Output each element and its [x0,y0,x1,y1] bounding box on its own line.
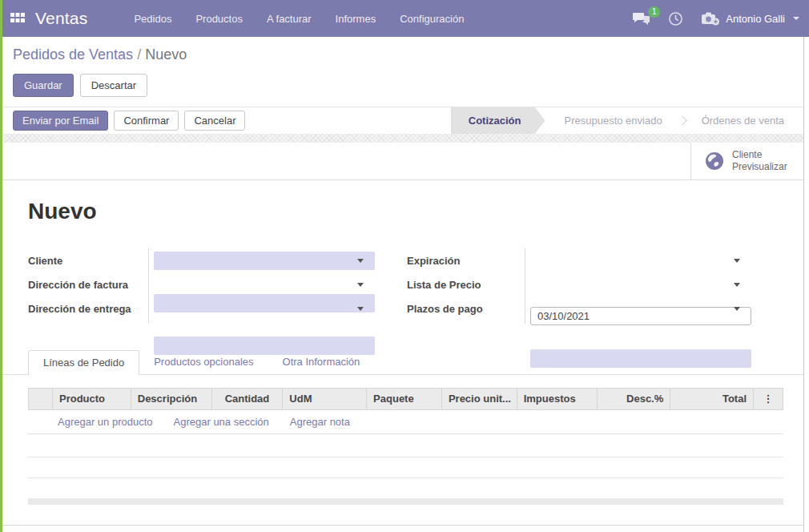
order-lines-header: Producto Descripción Cantidad UdM Paquet… [28,388,783,410]
plazos-pago-label: Plazos de pago [407,303,483,315]
clock-icon [668,11,683,26]
expiracion-field[interactable]: 03/10/2021 [530,307,751,325]
messages-button[interactable]: 1 [633,12,650,26]
expiracion-label: Expiración [407,255,460,267]
tab-productos-opcionales[interactable]: Productos opcionales [139,350,268,375]
empty-row-divider [28,478,783,478]
cliente-label: Cliente [28,255,62,267]
column-handle [29,389,53,409]
right-group-separator [525,248,525,324]
page-background-strip [0,134,803,143]
cliente-field[interactable] [154,252,375,270]
right-gutter [803,37,809,532]
tab-lineas-de-pedido[interactable]: Líneas de Pedido [28,350,139,375]
control-panel-buttons: Guardar Descartar [13,74,147,97]
breadcrumb-current: Nuevo [145,46,187,62]
sheet-bottom-divider [2,525,803,532]
breadcrumb-separator: / [133,46,145,62]
direccion-entrega-label: Dirección de entrega [28,303,131,315]
add-section-link[interactable]: Agregar una sección [174,416,269,428]
column-impuestos[interactable]: Impuestos [517,389,598,409]
activities-button[interactable] [668,11,683,26]
user-name: Antonio Galli [726,13,785,25]
breadcrumb-parent-link[interactable]: Pedidos de Ventas [13,46,133,62]
empty-row-divider [28,457,783,457]
lista-precio-field[interactable] [530,349,751,368]
column-options-toggle-icon[interactable]: ⋮ [754,389,783,409]
direccion-entrega-caret-down-icon [357,307,364,311]
menu-productos[interactable]: Productos [195,13,243,25]
status-pipeline: Cotización Presupuesto enviado Órdenes d… [451,107,803,135]
step-ordenes-de-venta[interactable]: Órdenes de venta [682,107,803,135]
record-title: Nuevo [28,199,97,224]
column-total[interactable]: Total [670,389,754,409]
left-group-separator [148,248,149,324]
add-note-link[interactable]: Agregar nota [290,416,350,428]
send-email-button[interactable]: Enviar por Email [13,111,108,131]
confirm-button[interactable]: Confirmar [114,111,179,131]
add-product-link[interactable]: Agregar un producto [58,416,153,428]
messages-count-badge: 1 [648,6,660,18]
direccion-factura-caret-down-icon [357,283,364,287]
save-button[interactable]: Guardar [13,74,74,97]
window-edge [0,0,2,532]
add-line-row: Agregar un producto Agregar una sección … [28,410,783,434]
sheet-header-divider [0,179,803,180]
navbar-right: 1 Antonio Galli [633,11,809,26]
statusbar-buttons: Enviar por Email Confirmar Cancelar [0,111,245,131]
expiracion-caret-down-icon [734,259,740,263]
plazos-pago-caret-down-icon [734,307,740,311]
menu-a-facturar[interactable]: A facturar [267,13,312,25]
user-caret-down-icon [793,17,799,20]
user-menu[interactable]: Antonio Galli [701,11,799,26]
cliente-caret-down-icon [357,259,364,263]
menu-informes[interactable]: Informes [336,13,376,25]
top-navbar: Ventas Pedidos Productos A facturar Info… [0,0,809,37]
apps-grid-icon [10,13,25,24]
breadcrumb: Pedidos de Ventas / Nuevo [13,46,187,63]
menu-pedidos[interactable]: Pedidos [134,13,171,25]
column-descuento[interactable]: Desc.% [598,389,670,409]
column-precio-unitario[interactable]: Precio unit... [442,389,517,409]
column-cantidad[interactable]: Cantidad [212,389,284,409]
notebook-tabs: Líneas de Pedido Productos opcionales Ot… [28,350,374,375]
customer-preview-button[interactable]: Cliente Previsualizar [690,143,803,179]
column-producto[interactable]: Producto [53,389,131,409]
apps-menu-button[interactable] [0,0,35,37]
direccion-factura-label: Dirección de factura [28,279,128,291]
column-paquete[interactable]: Paquete [367,389,442,409]
lista-precio-caret-down-icon [734,283,740,287]
tab-otra-informacion[interactable]: Otra Información [268,350,375,375]
menu-configuracion[interactable]: Configuración [400,13,464,25]
step-presupuesto-enviado[interactable]: Presupuesto enviado [545,107,681,135]
direccion-factura-field[interactable] [154,294,375,312]
avatar-placeholder-icon [701,11,720,26]
globe-icon [704,151,725,171]
customer-preview-label: Cliente Previsualizar [732,149,787,173]
discard-button[interactable]: Descartar [80,74,147,97]
statusbar: Enviar por Email Confirmar Cancelar Coti… [0,107,803,134]
app-title[interactable]: Ventas [35,9,87,28]
lista-precio-label: Lista de Precio [407,279,481,291]
column-udm[interactable]: UdM [283,389,367,409]
step-cotizacion[interactable]: Cotización [451,107,545,135]
column-descripcion[interactable]: Descripción [131,389,212,409]
form-sheet [0,143,803,525]
main-menu: Pedidos Productos A facturar Informes Co… [134,13,464,25]
cancel-button[interactable]: Cancelar [184,111,245,131]
list-footer-bar [28,498,783,505]
